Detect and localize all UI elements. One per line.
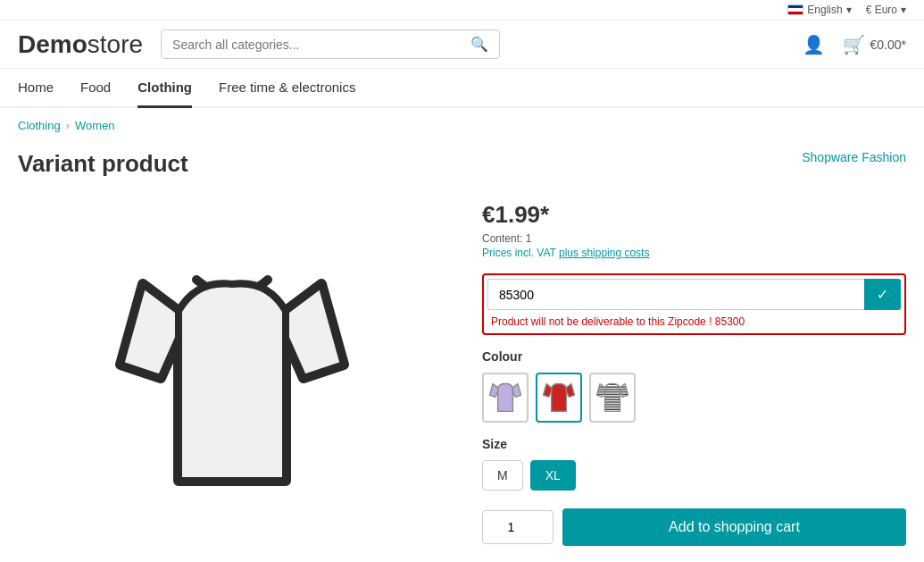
header: Demostore 🔍 👤 🛒 €0.00* <box>0 21 924 69</box>
add-to-cart-button[interactable]: Add to shopping cart <box>562 508 906 546</box>
breadcrumb-current: Women <box>75 119 115 132</box>
size-btn-xl[interactable]: XL <box>530 460 576 491</box>
vat-text-prefix: Prices incl. VAT <box>482 247 559 259</box>
flag-icon <box>787 4 803 15</box>
quantity-input[interactable] <box>482 510 554 544</box>
header-actions: 👤 🛒 €0.00* <box>803 34 906 55</box>
user-icon[interactable]: 👤 <box>803 34 825 55</box>
logo[interactable]: Demostore <box>18 30 143 59</box>
colour-swatch-red[interactable] <box>536 373 582 423</box>
zipcode-box: ✓ Product will not be deliverable to thi… <box>482 273 906 335</box>
search-icon[interactable]: 🔍 <box>470 36 488 53</box>
size-btn-m[interactable]: M <box>482 460 523 491</box>
nav-item-home[interactable]: Home <box>18 69 54 108</box>
vat-line: Prices incl. VAT plus shipping costs <box>482 247 906 259</box>
logo-light: store <box>87 30 143 58</box>
language-label: English <box>807 4 842 16</box>
product-details: €1.99* Content: 1 Prices incl. VAT plus … <box>482 192 906 562</box>
nav-item-food[interactable]: Food <box>80 69 111 108</box>
colour-swatch-stripe[interactable] <box>589 373 636 423</box>
manufacturer-link[interactable]: Shopware Fashion <box>802 150 906 164</box>
search-input[interactable] <box>172 38 463 52</box>
currency-selector[interactable]: € Euro ▾ <box>866 4 906 16</box>
add-to-cart-row: Add to shopping cart <box>482 508 906 546</box>
product-title: Variant product <box>18 150 188 178</box>
language-arrow: ▾ <box>846 4 852 16</box>
product-image <box>98 239 366 525</box>
breadcrumb-separator: › <box>66 119 70 132</box>
currency-label: € Euro <box>866 4 897 16</box>
nav-item-clothing[interactable]: Clothing <box>137 69 192 108</box>
breadcrumb: Clothing › Women <box>0 108 924 143</box>
product-content: €1.99* Content: 1 Prices incl. VAT plus … <box>0 192 924 562</box>
currency-arrow: ▾ <box>901 4 906 16</box>
cart-area[interactable]: 🛒 €0.00* <box>843 34 906 55</box>
search-bar: 🔍 <box>161 29 500 59</box>
colour-swatch-lavender[interactable] <box>482 373 529 423</box>
zipcode-input[interactable] <box>487 279 864 310</box>
shipping-costs-link[interactable]: plus shipping costs <box>559 247 649 259</box>
main-nav: Home Food Clothing Free time & electroni… <box>0 69 924 108</box>
zipcode-input-row: ✓ <box>487 279 901 310</box>
size-options: M XL <box>482 460 906 491</box>
product-header: Variant product Shopware Fashion <box>0 143 924 192</box>
colour-options <box>482 373 906 423</box>
content-line: Content: 1 <box>482 232 906 245</box>
top-bar: English ▾ € Euro ▾ <box>0 0 924 21</box>
breadcrumb-parent[interactable]: Clothing <box>18 119 61 132</box>
zipcode-error-message: Product will not be deliverable to this … <box>487 314 901 330</box>
cart-icon: 🛒 <box>843 34 865 55</box>
colour-label: Colour <box>482 349 906 364</box>
size-label: Size <box>482 437 906 451</box>
logo-bold: Demo <box>18 30 87 58</box>
cart-amount: €0.00* <box>870 38 906 52</box>
nav-item-free-time[interactable]: Free time & electronics <box>219 69 355 108</box>
product-image-area <box>18 192 446 562</box>
zipcode-confirm-button[interactable]: ✓ <box>864 279 901 310</box>
language-selector[interactable]: English ▾ <box>787 4 851 16</box>
product-price: €1.99* <box>482 201 906 229</box>
